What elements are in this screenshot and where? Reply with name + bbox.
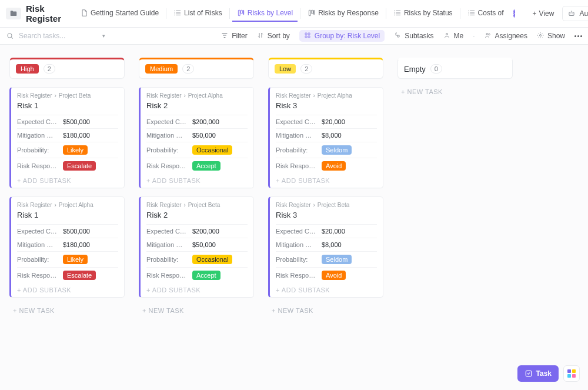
- search-input[interactable]: [18, 31, 82, 41]
- search-wrapper[interactable]: ▾: [6, 31, 105, 41]
- tab-list-of-risks[interactable]: List of Risks: [169, 5, 227, 22]
- add-subtask-link[interactable]: + ADD SUBTASK: [146, 174, 248, 184]
- tab-label: Risks by Response: [318, 9, 379, 17]
- add-subtask-link[interactable]: + ADD SUBTASK: [17, 174, 118, 184]
- field-label: Expected C…: [146, 118, 186, 125]
- field-label: Probability:: [276, 146, 316, 154]
- automate-button[interactable]: Automate ▾: [562, 6, 588, 21]
- plus-icon: +: [533, 9, 537, 18]
- new-task-link[interactable]: + NEW TASK: [397, 87, 513, 96]
- show-label: Show: [547, 32, 565, 40]
- probability-tag: Occasional: [192, 255, 232, 264]
- column-header[interactable]: Empty0: [397, 58, 513, 79]
- field-label: Risk Respo…: [17, 272, 57, 279]
- column-count: 2: [182, 64, 194, 74]
- field-label: Probability:: [17, 256, 57, 263]
- me-button[interactable]: Me: [443, 32, 464, 40]
- column-count: 2: [44, 64, 55, 74]
- doc-icon: [80, 9, 88, 17]
- task-card[interactable]: Risk Register›Project BetaRisk 2Expected…: [139, 196, 254, 298]
- column-header[interactable]: High2: [9, 58, 125, 79]
- tab-risks-by-status[interactable]: Risks by Status: [389, 5, 457, 22]
- column-header[interactable]: Medium2: [139, 58, 254, 79]
- svg-rect-25: [308, 36, 310, 38]
- svg-point-14: [468, 15, 469, 15]
- dots-icon: [574, 35, 582, 37]
- task-card[interactable]: Risk Register›Project AlphaRisk 1Expecte…: [9, 196, 125, 298]
- svg-point-9: [395, 11, 395, 11]
- svg-rect-5: [243, 10, 243, 15]
- add-subtask-link[interactable]: + ADD SUBTASK: [17, 283, 118, 294]
- field-value: $8,000: [322, 241, 342, 248]
- task-card[interactable]: Risk Register›Project AlphaRisk 2Expecte…: [139, 87, 254, 188]
- field-label: Expected C…: [276, 228, 316, 235]
- svg-point-11: [395, 15, 395, 15]
- svg-point-13: [468, 12, 469, 13]
- svg-point-16: [571, 14, 572, 14]
- breadcrumb: Risk Register›Project Alpha: [146, 92, 248, 99]
- sort-icon: [257, 32, 265, 40]
- svg-point-21: [8, 34, 12, 38]
- field-label: Risk Respo…: [276, 272, 316, 279]
- board-icon: [237, 9, 245, 17]
- groupby-button[interactable]: Group by: Risk Level: [299, 30, 385, 42]
- card-title: Risk 3: [276, 211, 377, 219]
- add-subtask-link[interactable]: + ADD SUBTASK: [146, 283, 248, 294]
- column-badge: High: [16, 64, 39, 74]
- tab-label: Risks by Status: [404, 9, 453, 17]
- tab-risks-by-level[interactable]: Risks by Level: [232, 5, 298, 22]
- probability-tag: Seldom: [322, 145, 352, 155]
- field-label: Risk Respo…: [17, 162, 57, 169]
- svg-rect-6: [309, 10, 310, 15]
- task-card[interactable]: Risk Register›Project AlphaRisk 3Expecte…: [268, 87, 383, 188]
- subtasks-button[interactable]: Subtasks: [394, 32, 433, 40]
- more-menu[interactable]: [574, 35, 582, 37]
- add-subtask-link[interactable]: + ADD SUBTASK: [276, 283, 377, 294]
- column-medium: Medium2Risk Register›Project AlphaRisk 2…: [139, 58, 254, 315]
- folder-icon: [9, 9, 18, 18]
- tab-risks-by-response[interactable]: Risks by Response: [303, 5, 383, 22]
- card-title: Risk 1: [17, 101, 118, 110]
- response-tag: Escalate: [63, 271, 96, 280]
- more-views-icon[interactable]: ›: [513, 9, 515, 18]
- svg-rect-8: [314, 10, 315, 15]
- task-card[interactable]: Risk Register›Project BetaRisk 1Expected…: [9, 87, 125, 188]
- field-value: $50,000: [192, 241, 216, 248]
- gear-icon: [537, 32, 545, 40]
- filter-button[interactable]: Filter: [221, 32, 248, 40]
- breadcrumb: Risk Register›Project Alpha: [276, 92, 377, 99]
- chevron-down-icon[interactable]: ▾: [102, 33, 105, 39]
- assignees-button[interactable]: Assignees: [485, 32, 527, 40]
- apps-button[interactable]: [563, 365, 580, 382]
- add-subtask-link[interactable]: + ADD SUBTASK: [276, 174, 377, 184]
- sortby-button[interactable]: Sort by: [257, 32, 290, 40]
- field-label: Mitigation …: [17, 241, 57, 248]
- field-value: $200,000: [192, 118, 219, 125]
- view-tabs: Getting Started GuideList of RisksRisks …: [75, 5, 509, 22]
- folder-chip[interactable]: [6, 8, 21, 19]
- divider: [460, 8, 460, 19]
- new-task-button[interactable]: Task: [517, 365, 559, 382]
- tab-getting-started-guide[interactable]: Getting Started Guide: [75, 5, 163, 22]
- apps-icon: [567, 369, 576, 378]
- card-title: Risk 2: [146, 211, 248, 219]
- show-button[interactable]: Show: [537, 32, 565, 40]
- breadcrumb: Risk Register›Project Beta: [276, 202, 377, 208]
- kanban-board: High2Risk Register›Project BetaRisk 1Exp…: [0, 45, 588, 390]
- field-label: Probability:: [146, 146, 186, 154]
- add-view-button[interactable]: + View: [529, 6, 558, 21]
- new-task-link[interactable]: + NEW TASK: [139, 306, 254, 315]
- svg-point-27: [486, 34, 488, 35]
- field-label: Probability:: [276, 256, 316, 263]
- response-tag: Accept: [192, 271, 220, 280]
- column-low: Low2Risk Register›Project AlphaRisk 3Exp…: [268, 58, 383, 315]
- tab-label: Risks by Level: [248, 9, 293, 17]
- tab-costs-of[interactable]: Costs of: [463, 5, 509, 22]
- column-header[interactable]: Low2: [268, 58, 383, 79]
- column-label: Empty: [404, 65, 426, 74]
- add-view-label: View: [539, 9, 554, 18]
- new-task-link[interactable]: + NEW TASK: [9, 306, 125, 315]
- new-task-link[interactable]: + NEW TASK: [268, 306, 383, 315]
- task-card[interactable]: Risk Register›Project BetaRisk 3Expected…: [268, 196, 383, 298]
- field-label: Risk Respo…: [146, 162, 186, 169]
